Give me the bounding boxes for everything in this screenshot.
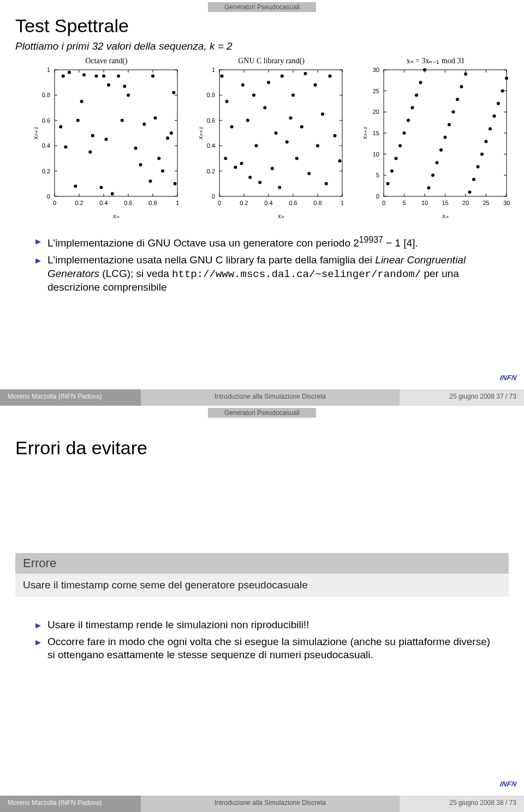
svg-point-50	[95, 75, 98, 78]
svg-text:0.4: 0.4	[206, 142, 215, 149]
svg-text:15: 15	[373, 130, 379, 136]
svg-point-201	[436, 161, 439, 164]
svg-point-69	[170, 131, 173, 135]
svg-text:1: 1	[212, 67, 215, 73]
charts-row: Octave rand()00.20.40.60.8100.20.40.60.8…	[30, 55, 513, 224]
svg-point-215	[407, 119, 410, 122]
bullet-1-a: L'implementazione di GNU Octave usa un g…	[47, 237, 359, 249]
svg-point-53	[105, 138, 108, 141]
error-header: Errore	[15, 553, 509, 574]
svg-text:0.4: 0.4	[42, 142, 50, 149]
bullet-2: ▶ L'implementazione usata nella GNU C li…	[35, 254, 491, 294]
svg-text:xₙ: xₙ	[277, 212, 284, 220]
page-title: Errori da evitare	[15, 437, 147, 459]
bullet-icon: ▶	[35, 638, 41, 662]
svg-text:0.2: 0.2	[75, 200, 83, 206]
svg-point-61	[139, 163, 142, 166]
subtitle-math: k = 2	[210, 40, 233, 52]
svg-text:xₙ = 3xₙ₋₁ mod 31: xₙ = 3xₙ₋₁ mod 31	[407, 57, 465, 65]
svg-point-51	[100, 186, 103, 189]
svg-text:xₙ₊₁: xₙ₊₁	[31, 127, 39, 140]
svg-point-49	[91, 134, 94, 137]
svg-point-142	[333, 134, 336, 137]
svg-point-64	[151, 75, 154, 78]
svg-text:0.4: 0.4	[99, 200, 108, 206]
svg-rect-1	[55, 70, 177, 196]
svg-point-41	[62, 75, 65, 78]
svg-point-63	[149, 179, 152, 183]
svg-text:30: 30	[373, 67, 379, 73]
svg-text:0.6: 0.6	[124, 200, 132, 206]
svg-text:15: 15	[442, 200, 449, 206]
svg-point-194	[460, 85, 463, 88]
svg-text:1: 1	[176, 200, 179, 206]
svg-text:20: 20	[373, 109, 379, 115]
svg-point-130	[285, 140, 288, 143]
svg-text:0.8: 0.8	[206, 92, 215, 98]
svg-text:0: 0	[53, 200, 56, 206]
svg-point-56	[117, 75, 120, 78]
svg-text:1: 1	[47, 67, 50, 73]
footer-title: Introduzione alla Simulazione Discreta	[141, 796, 400, 812]
svg-point-42	[64, 146, 67, 149]
svg-point-134	[300, 125, 303, 128]
svg-point-217	[477, 165, 480, 169]
svg-text:0: 0	[212, 193, 215, 200]
chart-octave: Octave rand()00.20.40.60.8100.20.40.60.8…	[30, 55, 184, 224]
error-box: Errore Usare il timestamp come seme del …	[15, 553, 509, 597]
svg-point-60	[134, 147, 138, 150]
svg-rect-73	[219, 70, 342, 196]
svg-point-114	[225, 100, 228, 103]
footer-author: Moreno Marzolla (INFN Padova)	[0, 796, 141, 812]
svg-point-46	[80, 100, 84, 103]
error-body: Usare il timestamp come seme del generat…	[15, 574, 509, 597]
bullet-2-b: (LCG); si veda	[99, 268, 172, 279]
svg-point-213	[427, 187, 431, 190]
footer: Moreno Marzolla (INFN Padova) Introduzio…	[0, 389, 524, 406]
svg-point-128	[278, 186, 281, 189]
svg-text:0: 0	[382, 200, 385, 206]
svg-text:10: 10	[421, 200, 428, 206]
svg-text:1: 1	[341, 200, 344, 206]
svg-point-137	[313, 83, 317, 87]
svg-text:0: 0	[376, 193, 379, 200]
footer-title: Introduzione alla Simulazione Discreta	[141, 389, 400, 406]
svg-text:0.4: 0.4	[264, 200, 272, 206]
svg-point-216	[456, 98, 459, 101]
bullet-2: ▶ Occorre fare in modo che ogni volta ch…	[35, 635, 491, 662]
bullet-1: ▶ Usare il timestamp rende le simulazion…	[35, 618, 491, 632]
bullet-icon: ▶	[35, 256, 41, 294]
svg-point-209	[431, 173, 434, 177]
svg-point-58	[123, 85, 126, 88]
svg-text:10: 10	[373, 151, 379, 158]
svg-point-208	[398, 144, 402, 147]
svg-point-141	[328, 75, 331, 78]
svg-point-136	[307, 172, 311, 175]
svg-point-199	[501, 89, 504, 93]
footer-page: 25 giugno 2008 37 / 73	[400, 389, 524, 406]
subtitle-text: Plottiamo i primi 32 valori della sequen…	[15, 40, 210, 52]
svg-point-52	[102, 75, 105, 78]
footer: Moreno Marzolla (INFN Padova) Introduzio…	[0, 796, 524, 812]
svg-text:0.2: 0.2	[42, 168, 50, 175]
svg-point-118	[241, 83, 244, 87]
footer-page: 25 giugno 2008 38 / 73	[400, 796, 524, 812]
svg-point-121	[252, 93, 255, 97]
svg-point-123	[258, 181, 261, 184]
page-title: Test Spettrale	[15, 15, 129, 37]
svg-text:0.8: 0.8	[313, 200, 321, 206]
bullet-2-text: L'implementazione usata nella GNU C libr…	[47, 254, 491, 294]
svg-text:GNU C library rand(): GNU C library rand()	[238, 57, 305, 65]
infn-logo: INFN	[499, 374, 517, 382]
bullet-1: ▶ L'implementazione di GNU Octave usa un…	[35, 234, 491, 250]
bullet-1-b: − 1 [4].	[383, 237, 418, 249]
svg-point-120	[248, 176, 252, 179]
svg-point-192	[419, 81, 422, 84]
svg-text:5: 5	[376, 172, 379, 178]
footer-author: Moreno Marzolla (INFN Padova)	[0, 389, 141, 406]
svg-text:0.6: 0.6	[206, 117, 215, 124]
svg-point-207	[472, 178, 475, 181]
bullet-2-text: Occorre fare in modo che ogni volta che …	[47, 635, 491, 662]
svg-point-191	[395, 157, 398, 160]
svg-point-193	[493, 115, 496, 118]
